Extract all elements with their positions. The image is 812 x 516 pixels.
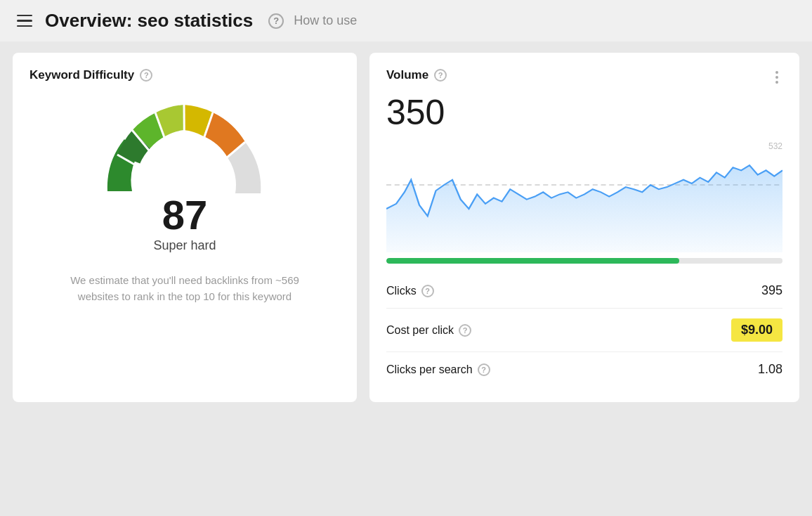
clicks-label: Clicks	[386, 285, 417, 297]
clicks-per-search-row: Clicks per search ? 1.08	[386, 351, 782, 387]
keyword-difficulty-help-icon[interactable]: ?	[140, 69, 152, 82]
gauge-chart	[79, 89, 290, 202]
cps-help-icon[interactable]: ?	[478, 363, 490, 376]
clicks-progress-bar-container	[386, 258, 782, 264]
volume-title-row: Volume ?	[386, 68, 447, 82]
gauge-value: 87	[162, 195, 208, 236]
cost-per-click-value: $9.00	[731, 318, 782, 342]
keyword-difficulty-title: Keyword Difficulty	[30, 68, 134, 82]
main-content: Keyword Difficulty ?	[0, 41, 812, 413]
clicks-value: 395	[761, 283, 782, 298]
stats-rows: Clicks ? 395 Cost per click ? $9.00 Clic…	[386, 273, 782, 387]
keyword-difficulty-header: Keyword Difficulty ?	[30, 68, 340, 82]
volume-card: Volume ? 350 532	[369, 53, 799, 402]
hamburger-menu-icon[interactable]	[14, 12, 35, 30]
volume-header: Volume ?	[386, 68, 782, 89]
clicks-progress-bar-fill	[386, 258, 679, 264]
gauge-label: Super hard	[153, 238, 216, 253]
header-help-icon[interactable]: ?	[268, 13, 284, 29]
volume-title: Volume	[386, 68, 428, 82]
volume-chart	[386, 140, 782, 252]
clicks-help-icon[interactable]: ?	[421, 285, 434, 297]
volume-help-icon[interactable]: ?	[434, 69, 447, 82]
clicks-label-row: Clicks ?	[386, 285, 434, 297]
header: Overview: seo statistics ? How to use	[0, 0, 812, 41]
page-title: Overview: seo statistics	[45, 10, 253, 32]
cpc-help-icon[interactable]: ?	[459, 324, 471, 337]
volume-value: 350	[386, 92, 782, 133]
clicks-per-search-label-row: Clicks per search ?	[386, 363, 490, 376]
gauge-description: We estimate that you'll need backlinks f…	[30, 273, 340, 304]
more-options-icon[interactable]	[771, 68, 782, 86]
gauge-container: 87 Super hard	[30, 89, 340, 253]
clicks-row: Clicks ? 395	[386, 273, 782, 308]
chart-y-label: 532	[768, 141, 782, 151]
keyword-difficulty-card: Keyword Difficulty ?	[13, 53, 357, 402]
how-to-use-label: How to use	[294, 13, 357, 28]
chart-area	[386, 165, 782, 252]
cost-per-click-label-row: Cost per click ?	[386, 324, 471, 337]
clicks-per-search-value: 1.08	[758, 362, 782, 377]
gap4	[184, 105, 185, 193]
clicks-per-search-label: Clicks per search	[386, 363, 473, 376]
cost-per-click-row: Cost per click ? $9.00	[386, 308, 782, 351]
chart-container: 532	[386, 140, 782, 252]
cost-per-click-label: Cost per click	[386, 324, 454, 337]
